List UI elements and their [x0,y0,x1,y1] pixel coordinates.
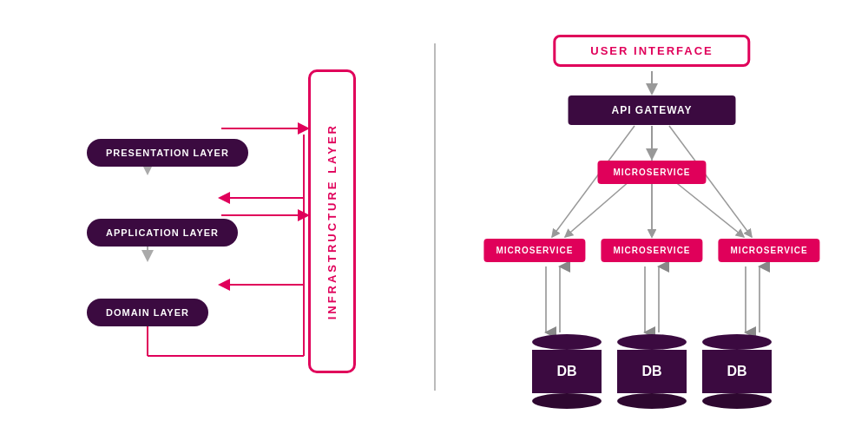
right-diagram: USER INTERFACE API GATEWAY MICROSERVICE … [470,26,834,408]
left-panel: PRESENTATION LAYER APPLICATION LAYER DOM… [0,0,434,434]
svg-line-22 [674,181,744,237]
db-right: DB [702,334,772,409]
db-right-top [702,334,772,350]
db-left-top [532,334,602,350]
microservice-middle-box: MICROSERVICE [601,239,702,262]
db-left: DB [532,334,602,409]
svg-line-20 [565,181,630,237]
infrastructure-label: INFRASTRUCTURE LAYER [326,123,339,319]
api-gateway-box: API GATEWAY [568,95,735,125]
layers-stack: PRESENTATION LAYER APPLICATION LAYER DOM… [87,87,248,326]
db-middle-top [617,334,687,350]
db-middle: DB [617,334,687,409]
database-row: DB DB DB [532,334,772,409]
user-interface-box: USER INTERFACE [553,35,750,67]
db-middle-body: DB [617,350,687,393]
db-middle-bottom [617,393,687,409]
presentation-layer-box: PRESENTATION LAYER [87,139,248,167]
domain-layer-box: DOMAIN LAYER [87,299,208,326]
application-layer-box: APPLICATION LAYER [87,219,238,247]
db-left-bottom [532,393,602,409]
microservice-top-box: MICROSERVICE [597,161,706,184]
microservice-left-box: MICROSERVICE [483,239,585,262]
right-panel: USER INTERFACE API GATEWAY MICROSERVICE … [436,0,868,434]
db-left-body: DB [532,350,602,393]
microservice-row: MICROSERVICE MICROSERVICE MICROSERVICE [483,239,819,262]
db-right-body: DB [702,350,772,393]
left-diagram: PRESENTATION LAYER APPLICATION LAYER DOM… [69,52,365,382]
infrastructure-box: INFRASTRUCTURE LAYER [308,69,356,373]
db-right-bottom [702,393,772,409]
microservice-right-box: MICROSERVICE [719,239,820,262]
